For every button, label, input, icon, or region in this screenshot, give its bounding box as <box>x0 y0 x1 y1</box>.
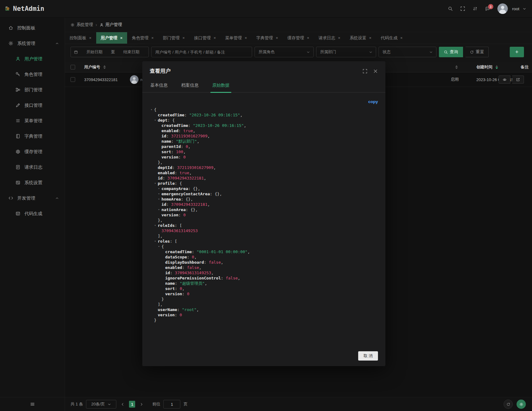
dept-select[interactable]: 所属部门 <box>316 47 376 57</box>
column-header-created-time[interactable]: 创建时间 <box>476 64 498 70</box>
page-size-select[interactable]: 20条/页 <box>86 400 116 409</box>
sidebar-item-用户管理[interactable]: 用户管理 <box>0 51 65 67</box>
collapse-arrow-icon[interactable]: ▾ <box>154 118 158 123</box>
sort-icon[interactable] <box>103 65 106 69</box>
view-row-button[interactable] <box>499 76 510 84</box>
collapse-arrow-icon[interactable]: ▾ <box>154 181 158 186</box>
sort-icon[interactable] <box>455 65 458 69</box>
dialog-tab-原始数据[interactable]: 原始数据 <box>212 80 230 92</box>
collapse-arrow-icon[interactable]: ▾ <box>158 207 161 212</box>
sort-switch-icon[interactable] <box>473 6 478 11</box>
search-icon[interactable] <box>448 6 453 11</box>
fullscreen-icon[interactable] <box>460 6 465 11</box>
sidebar-item-部门管理[interactable]: 部门管理 <box>0 82 65 97</box>
page-tab-角色管理[interactable]: 角色管理× <box>127 32 158 44</box>
tab-close-icon[interactable]: × <box>245 36 247 40</box>
dialog-close-icon[interactable] <box>373 69 378 74</box>
dialog-tab-档案信息[interactable]: 档案信息 <box>181 80 199 92</box>
app-logo[interactable]: NetAdmin <box>0 5 44 12</box>
tab-close-icon[interactable]: × <box>89 36 92 40</box>
collapse-arrow-icon[interactable]: ▾ <box>154 239 158 244</box>
sidebar-item-角色管理[interactable]: 角色管理 <box>0 67 65 82</box>
prev-page-icon[interactable] <box>121 402 125 406</box>
column-header-hidden[interactable] <box>452 65 458 69</box>
edit-row-button[interactable] <box>512 76 524 84</box>
dialog-tab-基本信息[interactable]: 基本信息 <box>150 80 168 92</box>
page-tab-用户管理[interactable]: 用户管理× <box>96 32 127 44</box>
tab-close-icon[interactable]: × <box>369 36 371 40</box>
sidebar-item-代码生成[interactable]: 代码生成 <box>0 206 65 221</box>
status-select[interactable]: 状态 <box>379 47 436 57</box>
doc-icon <box>15 165 20 170</box>
json-line: enabled: true, <box>150 170 378 175</box>
collapse-arrow-icon[interactable]: ▾ <box>158 244 161 249</box>
tab-close-icon[interactable]: × <box>151 36 154 40</box>
tab-close-icon[interactable]: × <box>307 36 309 40</box>
sidebar-item-控制面板[interactable]: 控制面板 <box>0 20 65 36</box>
collapse-arrow-icon[interactable]: ▾ <box>158 186 161 191</box>
tab-close-icon[interactable]: × <box>213 36 216 40</box>
page-tab-代码生成[interactable]: 代码生成× <box>376 32 407 44</box>
collapse-arrow-icon[interactable]: ▾ <box>158 197 161 202</box>
sidebar-item-缓存管理[interactable]: 缓存管理 <box>0 144 65 159</box>
tab-close-icon[interactable]: × <box>120 36 123 40</box>
date-range-picker[interactable]: 开始日期 至 结束日期 <box>71 47 149 57</box>
dialog-fullscreen-icon[interactable] <box>363 69 367 74</box>
json-line: ▾profile: { <box>150 181 378 186</box>
message-icon[interactable]: 3 <box>485 6 490 11</box>
eye-icon <box>503 78 507 82</box>
json-line: version: 0 <box>150 312 378 318</box>
page-tab-接口管理[interactable]: 接口管理× <box>189 32 221 44</box>
collapse-arrow-icon[interactable]: ▾ <box>154 223 158 228</box>
theme-settings-button[interactable] <box>517 400 526 409</box>
cancel-button[interactable]: 取 消 <box>358 351 378 361</box>
sidebar-item-接口管理[interactable]: 接口管理 <box>0 97 65 113</box>
book-icon <box>15 134 20 139</box>
calendar-icon <box>74 50 78 54</box>
collapse-arrow-icon[interactable]: ▾ <box>151 107 154 112</box>
keyword-input[interactable] <box>151 47 252 57</box>
tab-close-icon[interactable]: × <box>338 36 341 40</box>
copy-json-link[interactable]: copy <box>150 96 378 107</box>
app-title: NetAdmin <box>13 5 44 12</box>
sort-icon-active[interactable] <box>496 65 498 69</box>
next-page-icon[interactable] <box>139 402 144 406</box>
breadcrumb-item-system[interactable]: 系统管理 <box>71 22 93 28</box>
sidebar-item-开发管理[interactable]: 开发管理 <box>0 190 65 206</box>
username-label[interactable]: root <box>512 6 519 11</box>
sidebar-item-菜单管理[interactable]: 菜单管理 <box>0 113 65 128</box>
chevron-down-icon[interactable] <box>522 7 526 11</box>
sidebar-item-系统管理[interactable]: 系统管理 <box>0 36 65 51</box>
sidebar-item-系统设置[interactable]: 系统设置 <box>0 175 65 190</box>
collapse-sidebar-icon[interactable] <box>30 402 35 407</box>
column-header-user-id[interactable]: 用户编号 <box>84 64 106 70</box>
page-tab-系统设置[interactable]: 系统设置× <box>345 32 376 44</box>
page-tab-缓存管理[interactable]: 缓存管理× <box>283 32 314 44</box>
goto-page-input[interactable] <box>163 400 180 409</box>
page-unit-label: 页 <box>183 401 187 407</box>
tab-close-icon[interactable]: × <box>182 36 185 40</box>
select-all-checkbox[interactable] <box>71 65 75 69</box>
page-tab-请求日志[interactable]: 请求日志× <box>314 32 345 44</box>
breadcrumb-item-users[interactable]: 用户管理 <box>100 22 122 28</box>
page-tab-菜单管理[interactable]: 菜单管理× <box>221 32 252 44</box>
sidebar-item-字典管理[interactable]: 字典管理 <box>0 128 65 144</box>
page-number-1[interactable]: 1 <box>129 401 135 408</box>
reload-page-button[interactable] <box>504 400 513 409</box>
role-select[interactable]: 所属角色 <box>255 47 314 57</box>
cell-actions <box>499 76 524 84</box>
page-tab-部门管理[interactable]: 部门管理× <box>158 32 190 44</box>
page-tab-控制面板[interactable]: 控制面板× <box>65 32 96 44</box>
row-checkbox[interactable] <box>71 77 75 82</box>
sidebar-item-label: 菜单管理 <box>24 118 42 124</box>
page-tab-字典管理[interactable]: 字典管理× <box>252 32 283 44</box>
sidebar-item-请求日志[interactable]: 请求日志 <box>0 159 65 175</box>
query-button[interactable]: 查询 <box>439 47 463 57</box>
collapse-arrow-icon[interactable]: ▾ <box>158 191 161 197</box>
add-user-button[interactable]: + <box>510 47 524 57</box>
user-avatar[interactable] <box>497 3 508 14</box>
reset-button[interactable]: 重置 <box>466 47 489 57</box>
tab-close-icon[interactable]: × <box>400 36 403 40</box>
sidebar-item-label: 系统管理 <box>17 41 35 46</box>
tab-close-icon[interactable]: × <box>276 36 278 40</box>
